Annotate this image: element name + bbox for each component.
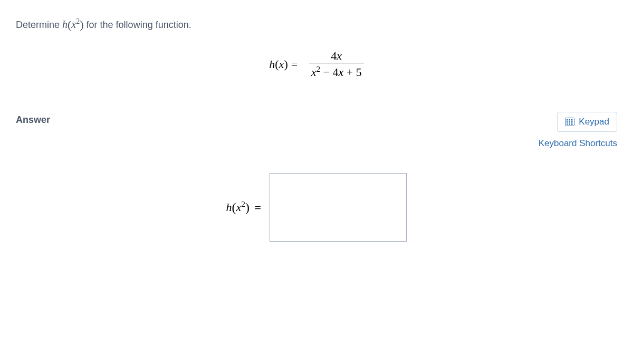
svg-rect-9: [571, 123, 573, 125]
svg-rect-1: [567, 119, 568, 121]
answer-input-lhs: h(x2) =: [226, 199, 263, 215]
answer-input[interactable]: [270, 173, 407, 242]
svg-rect-2: [569, 119, 571, 121]
keyboard-shortcuts-link[interactable]: Keyboard Shortcuts: [539, 138, 617, 149]
keypad-button[interactable]: Keypad: [557, 112, 617, 132]
answer-heading: Answer: [16, 114, 50, 125]
svg-rect-7: [567, 123, 568, 125]
svg-rect-8: [569, 123, 571, 125]
function-fraction: 4x x2 − 4x + 5: [309, 49, 364, 80]
keypad-icon: [565, 118, 574, 126]
svg-rect-3: [571, 119, 573, 121]
svg-rect-6: [571, 121, 573, 123]
function-definition: h(x)= 4x x2 − 4x + 5: [16, 49, 617, 80]
svg-rect-4: [567, 121, 568, 123]
question-prefix: Determine: [16, 20, 62, 30]
fraction-denominator: x2 − 4x + 5: [309, 63, 364, 80]
question-target-expression: h(x2): [62, 18, 84, 30]
svg-rect-5: [569, 121, 571, 123]
question-suffix: for the following function.: [84, 20, 191, 30]
fraction-numerator: 4x: [309, 49, 364, 63]
section-divider: [0, 101, 633, 101]
function-lhs: h(x)=: [269, 58, 301, 71]
question-prompt: Determine h(x2) for the following functi…: [16, 16, 617, 33]
keypad-button-label: Keypad: [579, 117, 609, 127]
